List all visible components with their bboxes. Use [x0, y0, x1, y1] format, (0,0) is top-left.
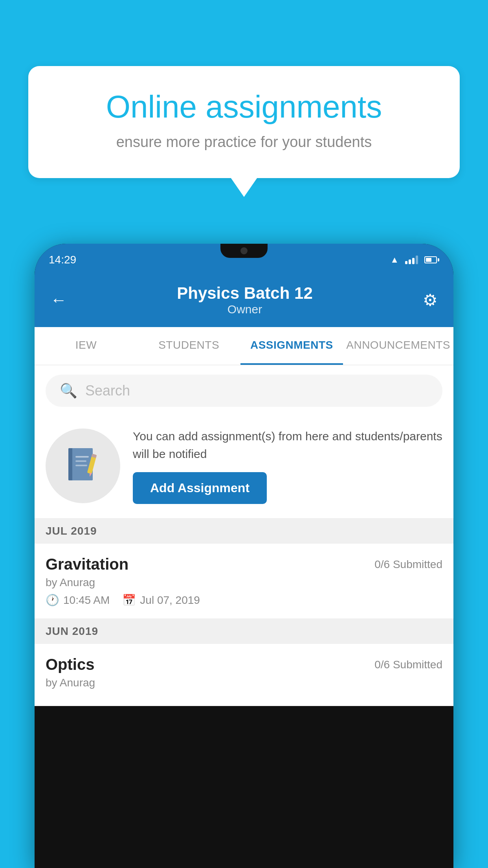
promo-box: You can add assignment(s) from here and …	[35, 416, 453, 519]
search-icon: 🔍	[60, 383, 77, 399]
tab-iew[interactable]: IEW	[35, 327, 138, 365]
add-assignment-button[interactable]: Add Assignment	[133, 472, 267, 504]
signal-icon	[405, 256, 418, 264]
svg-rect-5	[75, 465, 87, 466]
app-header: ← Physics Batch 12 Owner ⚙	[35, 276, 453, 327]
meta-date-gravitation: 📅 Jul 07, 2019	[122, 594, 200, 607]
assignment-optics-row1: Optics 0/6 Submitted	[46, 656, 442, 673]
wifi-icon: ▲	[390, 255, 399, 265]
assignment-date-gravitation: Jul 07, 2019	[140, 594, 200, 607]
assignment-time-gravitation: 10:45 AM	[63, 594, 110, 607]
assignment-meta-gravitation: 🕐 10:45 AM 📅 Jul 07, 2019	[46, 594, 442, 607]
promo-text: You can add assignment(s) from here and …	[133, 427, 442, 463]
tab-announcements[interactable]: ANNOUNCEMENTS	[343, 327, 453, 365]
section-jul2019: JUL 2019	[35, 519, 453, 544]
assignment-name-optics: Optics	[46, 656, 94, 673]
search-placeholder: Search	[85, 383, 130, 399]
speech-bubble: Online assignments ensure more practice …	[28, 66, 460, 178]
assignment-by-gravitation: by Anurag	[46, 576, 442, 589]
calendar-icon: 📅	[122, 594, 136, 607]
batch-subtitle: Owner	[177, 303, 313, 316]
promo-icon-circle	[46, 428, 120, 503]
phone-frame: 14:29 ▲ ← Physics Batch 12 Owner ⚙ IEW S…	[35, 244, 453, 868]
assignment-row1: Gravitation 0/6 Submitted	[46, 555, 442, 573]
section-jun2019: JUN 2019	[35, 619, 453, 644]
back-button[interactable]: ←	[50, 291, 67, 309]
assignment-by-optics: by Anurag	[46, 677, 442, 689]
notch	[220, 244, 268, 258]
batch-title: Physics Batch 12	[177, 284, 313, 303]
search-bar[interactable]: 🔍 Search	[46, 375, 442, 407]
svg-rect-1	[68, 448, 72, 480]
assignment-gravitation[interactable]: Gravitation 0/6 Submitted by Anurag 🕐 10…	[35, 544, 453, 619]
status-icons: ▲	[390, 255, 439, 265]
tab-students[interactable]: STUDENTS	[138, 327, 240, 365]
assignment-name-gravitation: Gravitation	[46, 555, 128, 573]
svg-rect-4	[75, 460, 86, 462]
assignment-submitted-optics: 0/6 Submitted	[374, 658, 442, 671]
tabs-bar: IEW STUDENTS ASSIGNMENTS ANNOUNCEMENTS	[35, 327, 453, 365]
header-center: Physics Batch 12 Owner	[177, 284, 313, 316]
status-time: 14:29	[49, 254, 76, 266]
svg-rect-3	[75, 456, 89, 458]
status-bar: 14:29 ▲	[35, 244, 453, 276]
meta-time-gravitation: 🕐 10:45 AM	[46, 594, 110, 607]
assignment-optics[interactable]: Optics 0/6 Submitted by Anurag	[35, 644, 453, 706]
speech-bubble-subtitle: ensure more practice for your students	[60, 134, 428, 151]
tab-assignments[interactable]: ASSIGNMENTS	[240, 327, 343, 365]
promo-content: You can add assignment(s) from here and …	[133, 427, 442, 504]
notebook-icon	[65, 446, 101, 485]
settings-button[interactable]: ⚙	[423, 291, 438, 310]
battery-icon	[424, 256, 439, 263]
speech-bubble-title: Online assignments	[60, 90, 428, 124]
content-area: 🔍 Search	[35, 365, 453, 706]
assignment-submitted-gravitation: 0/6 Submitted	[374, 558, 442, 571]
camera	[240, 247, 248, 254]
clock-icon: 🕐	[46, 594, 59, 607]
